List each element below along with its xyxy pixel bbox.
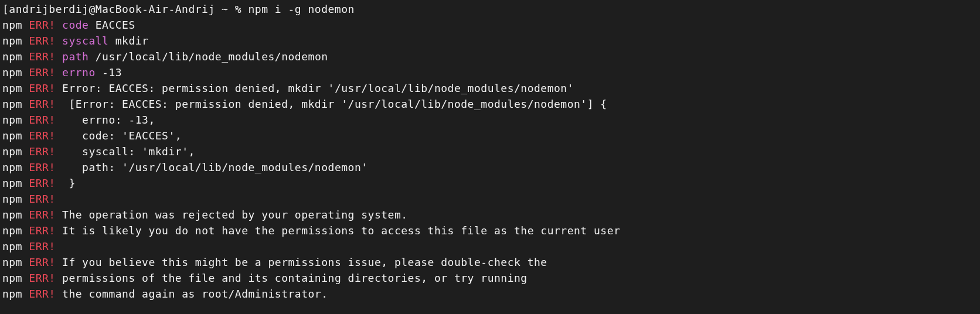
error-key: code [62,19,89,31]
err-label: ERR! [29,98,55,110]
error-text: } [62,177,76,189]
npm-prefix: npm [2,19,22,31]
error-value: /usr/local/lib/node_modules/nodemon [96,50,328,63]
npm-prefix: npm [2,177,22,189]
error-text: code: 'EACCES', [62,129,182,142]
npm-prefix: npm [2,66,22,78]
err-label: ERR! [29,35,55,47]
error-line: npm ERR! code EACCES [2,17,978,33]
npm-prefix: npm [2,193,22,205]
npm-prefix: npm [2,35,22,47]
npm-prefix: npm [2,129,22,142]
npm-prefix: npm [2,50,22,63]
npm-prefix: npm [2,240,22,252]
error-text: It is likely you do not have the permiss… [62,224,620,237]
error-line: npm ERR! code: 'EACCES', [2,128,978,144]
error-line: npm ERR! syscall: 'mkdir', [2,144,978,159]
error-text: If you believe this might be a permissio… [62,256,547,268]
err-label: ERR! [29,129,55,142]
npm-prefix: npm [2,145,22,158]
err-label: ERR! [29,114,55,126]
error-text: Error: EACCES: permission denied, mkdir … [62,82,574,94]
error-text: the command again as root/Administrator. [62,288,328,300]
err-label: ERR! [29,288,55,300]
error-line: npm ERR! errno -13 [2,64,978,80]
err-label: ERR! [29,82,55,94]
error-value: EACCES [96,19,135,31]
terminal-output[interactable]: [andrijberdij@MacBook-Air-Andrij ~ % npm… [2,1,978,302]
error-line: npm ERR! } [2,175,978,191]
npm-prefix: npm [2,161,22,173]
error-text: errno: -13, [62,114,155,126]
error-line: npm ERR! [Error: EACCES: permission deni… [2,96,978,112]
error-line: npm ERR! It is likely you do not have th… [2,223,978,238]
error-lines-container: npm ERR! code EACCESnpm ERR! syscall mkd… [2,17,978,302]
npm-prefix: npm [2,224,22,237]
error-line: npm ERR! permissions of the file and its… [2,270,978,286]
error-text: syscall: 'mkdir', [62,145,195,158]
error-key: path [62,50,89,63]
npm-prefix: npm [2,114,22,126]
error-key: errno [62,66,96,78]
err-label: ERR! [29,272,55,284]
error-line: npm ERR! errno: -13, [2,112,978,128]
npm-prefix: npm [2,98,22,110]
err-label: ERR! [29,19,55,31]
npm-prefix: npm [2,209,22,221]
err-label: ERR! [29,66,55,78]
err-label: ERR! [29,193,55,205]
err-label: ERR! [29,209,55,221]
prompt-line: [andrijberdij@MacBook-Air-Andrij ~ % npm… [2,1,978,17]
error-line: npm ERR! [2,238,978,254]
err-label: ERR! [29,256,55,268]
error-text: path: '/usr/local/lib/node_modules/nodem… [62,161,368,173]
error-value: -13 [102,66,122,78]
error-text: [Error: EACCES: permission denied, mkdir… [62,98,607,110]
error-line: npm ERR! If you believe this might be a … [2,254,978,270]
error-text: permissions of the file and its containi… [62,272,528,284]
error-text: The operation was rejected by your opera… [62,209,408,221]
err-label: ERR! [29,224,55,237]
err-label: ERR! [29,240,55,252]
err-label: ERR! [29,50,55,63]
npm-prefix: npm [2,272,22,284]
error-value: mkdir [115,35,149,47]
error-key: syscall [62,35,108,47]
error-line: npm ERR! path /usr/local/lib/node_module… [2,49,978,64]
error-line: npm ERR! The operation was rejected by y… [2,207,978,223]
err-label: ERR! [29,177,55,189]
npm-prefix: npm [2,82,22,94]
npm-prefix: npm [2,288,22,300]
err-label: ERR! [29,145,55,158]
error-line: npm ERR! path: '/usr/local/lib/node_modu… [2,159,978,175]
error-line: npm ERR! syscall mkdir [2,33,978,49]
error-line: npm ERR! the command again as root/Admin… [2,286,978,302]
err-label: ERR! [29,161,55,173]
npm-prefix: npm [2,256,22,268]
error-line: npm ERR! Error: EACCES: permission denie… [2,80,978,96]
error-line: npm ERR! [2,191,978,207]
